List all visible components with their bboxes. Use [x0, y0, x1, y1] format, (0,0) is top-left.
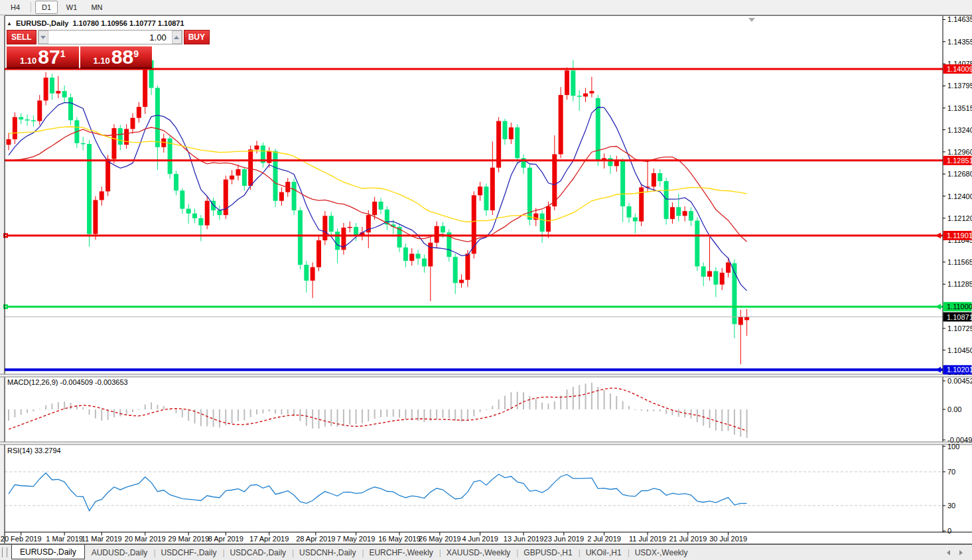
macd-histogram-bar — [405, 409, 406, 419]
scroll-tabs-right-icon[interactable] — [959, 550, 963, 555]
candle-body — [242, 169, 247, 186]
candle-body — [62, 91, 67, 98]
candle-body — [478, 186, 482, 195]
chart-tabs: EURUSD-,DailyAUDUSD-,Daily|USDCHF-,Daily… — [11, 545, 695, 560]
candle-body — [230, 176, 234, 180]
timeframe-button-W1[interactable]: W1 — [60, 1, 83, 14]
date-label: 26 May 2019 — [419, 535, 461, 543]
macd-histogram-bar — [318, 409, 320, 429]
price-tick-label: 1.13240 — [947, 126, 972, 134]
macd-histogram-bar — [616, 396, 617, 409]
buy-button[interactable]: BUY — [184, 30, 210, 44]
macd-histogram-bar — [182, 409, 183, 417]
macd-histogram-bar — [473, 409, 474, 416]
macd-histogram-bar — [368, 409, 369, 421]
tab-eurusd-daily[interactable]: EURUSD-,Daily — [11, 545, 85, 559]
macd-histogram-bar — [312, 409, 313, 429]
macd-histogram-bar — [243, 409, 245, 420]
volume-increase-button[interactable] — [172, 31, 182, 44]
candle-body — [453, 257, 458, 283]
macd-histogram-bar — [250, 409, 251, 417]
scroll-tabs-left-icon[interactable] — [947, 550, 950, 555]
macd-histogram-bar — [299, 409, 301, 421]
tab-gbpusd-h1[interactable]: GBPUSD-,H1 — [517, 545, 579, 560]
macd-histogram-bar — [560, 395, 561, 409]
macd-histogram-bar — [70, 403, 72, 409]
sell-button[interactable]: SELL — [7, 30, 36, 44]
timeframe-button-D1[interactable]: D1 — [35, 1, 58, 14]
macd-histogram-bar — [535, 399, 537, 409]
candle-body — [379, 202, 383, 210]
macd-histogram-bar — [175, 409, 176, 413]
macd-histogram-bar — [33, 409, 34, 411]
tabbar-grip — [2, 547, 7, 557]
price-tick-label: 1.14635 — [947, 15, 972, 23]
buy-price-display[interactable]: 1.10 88 9 — [80, 46, 153, 69]
macd-histogram-bar — [324, 409, 326, 427]
date-label: 23 Jun 2019 — [544, 535, 585, 543]
price-chart-canvas[interactable]: 1.146351.143551.140751.137951.135151.132… — [0, 15, 972, 544]
timeframe-toolbar: H4D1W1MN — [0, 0, 972, 15]
macd-histogram-bar — [660, 409, 661, 411]
macd-histogram-bar — [529, 396, 530, 409]
macd-histogram-bar — [443, 409, 444, 418]
tab-xauusd-weekly[interactable]: XAUUSD-,Weekly — [440, 545, 517, 560]
macd-histogram-bar — [101, 409, 102, 421]
date-label: 4 Jun 2019 — [462, 535, 498, 543]
candle-body — [335, 232, 340, 249]
macd-histogram-bar — [232, 409, 233, 423]
candle-body — [484, 186, 488, 210]
tab-usdcad-daily[interactable]: USDCAD-,Daily — [223, 545, 293, 560]
candle-body — [118, 128, 123, 145]
candle-body — [19, 117, 23, 120]
rsi-indicator-label: RSI(14) 33.2794 — [7, 447, 61, 455]
candle-body — [583, 94, 588, 97]
candle-body — [589, 91, 594, 94]
candle-body — [689, 211, 693, 220]
candle-body — [198, 218, 203, 226]
sell-price-display[interactable]: 1.10 87 1 — [7, 46, 79, 69]
candle-body — [192, 214, 197, 218]
price-tick-label: 1.12400 — [947, 192, 972, 200]
macd-histogram-bar — [517, 391, 518, 409]
macd-histogram-bar — [467, 409, 468, 421]
macd-histogram-bar — [715, 409, 717, 431]
candle-body — [348, 227, 352, 228]
timeframe-button-MN[interactable]: MN — [86, 1, 108, 14]
tab-eurchf-weekly[interactable]: EURCHF-,Weekly — [362, 545, 439, 560]
candle-body — [676, 207, 681, 216]
tab-usdcnh-daily[interactable]: USDCNH-,Daily — [293, 545, 362, 560]
price-tick-label: 1.11285 — [947, 280, 972, 288]
volume-decrease-button[interactable] — [38, 31, 48, 44]
tab-usdchf-daily[interactable]: USDCHF-,Daily — [154, 545, 223, 560]
candle-body — [322, 216, 327, 240]
macd-histogram-bar — [641, 409, 642, 411]
candle-body — [217, 210, 222, 215]
candle-body — [695, 220, 699, 266]
macd-histogram-bar — [449, 409, 450, 419]
tab-ukoil-h1[interactable]: UKOil-,H1 — [579, 545, 628, 560]
price-tick-label: 1.11565 — [947, 258, 972, 266]
candle-body — [559, 95, 563, 154]
candle-body — [503, 121, 508, 139]
sell-price-prefix: 1.10 — [20, 55, 36, 66]
timeframe-button-H4[interactable]: H4 — [4, 1, 27, 14]
volume-input[interactable] — [48, 31, 172, 44]
macd-histogram-bar — [356, 409, 357, 424]
pane-splitter — [0, 442, 972, 445]
collapse-panel-icon[interactable]: ▲ — [7, 21, 12, 27]
candle-body — [664, 181, 669, 219]
tab-usdx-weekly[interactable]: USDX-,Weekly — [628, 545, 695, 560]
candle-body — [441, 226, 445, 233]
macd-histogram-bar — [604, 390, 605, 409]
macd-histogram-bar — [39, 409, 40, 409]
candle-body — [720, 273, 725, 285]
macd-histogram-bar — [585, 384, 587, 409]
candle-body — [255, 145, 259, 149]
macd-histogram-bar — [157, 405, 158, 409]
tab-audusd-daily[interactable]: AUDUSD-,Daily — [85, 545, 155, 560]
macd-histogram-bar — [45, 405, 46, 409]
macd-histogram-bar — [386, 409, 387, 417]
macd-histogram-bar — [622, 401, 624, 409]
candle-body — [37, 101, 42, 121]
